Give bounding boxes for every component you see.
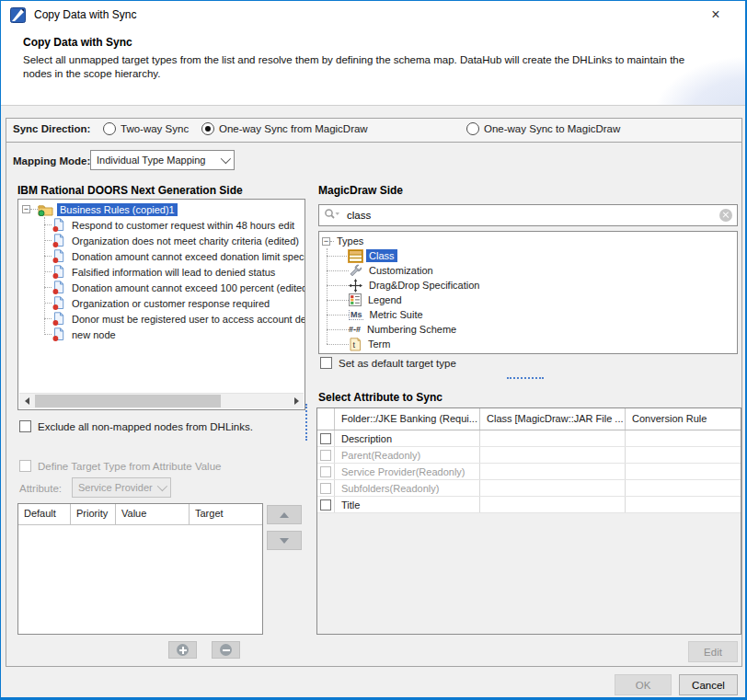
attribute-checkbox-cell[interactable]	[317, 430, 335, 446]
tree-item[interactable]: Organization or customer response requir…	[44, 295, 305, 311]
tree-item-label: Legend	[365, 293, 405, 306]
tree-item[interactable]: Donor must be registered user to access …	[44, 311, 305, 327]
tree-guide-line	[44, 240, 52, 241]
numbering-icon: #-#	[349, 325, 361, 334]
attribute-row[interactable]: Subfolders(Readonly)	[317, 480, 741, 497]
tree-item[interactable]: Legend	[327, 293, 737, 307]
column-header[interactable]: Class [MagicDraw::JAR File ...	[480, 408, 626, 430]
tree-item-label: new node	[69, 328, 119, 341]
conversion-rule-cell[interactable]	[626, 447, 741, 463]
sync-direction-strip: Sync Direction: Two-way SyncOne-way Sync…	[6, 119, 741, 143]
set-default-target-checkbox[interactable]	[320, 357, 332, 369]
requirement-icon	[52, 312, 65, 326]
tree-item[interactable]: Class	[327, 248, 737, 263]
column-header[interactable]	[317, 408, 335, 430]
tree-item[interactable]: tTerm	[327, 337, 737, 351]
column-header[interactable]: Target	[190, 504, 262, 524]
target-attribute-cell[interactable]	[480, 480, 626, 496]
tree-guide-line	[327, 285, 349, 286]
tree-item[interactable]: Donation amount cannot exceed 100 percen…	[44, 280, 305, 295]
radio-icon[interactable]	[466, 122, 479, 135]
conversion-rule-cell[interactable]	[626, 480, 741, 496]
tree-item[interactable]: − Business Rules (copied)1	[22, 201, 305, 217]
expander-minus-icon[interactable]: −	[22, 205, 30, 213]
conversion-rule-cell[interactable]	[626, 464, 741, 479]
types-tree[interactable]: −Types Class Customization Drag&Drop Spe…	[318, 231, 738, 354]
attribute-row[interactable]: Service Provider(Readonly)	[317, 464, 741, 480]
target-attribute-cell[interactable]	[480, 447, 626, 463]
tree-item[interactable]: −Types	[322, 234, 737, 248]
radio-icon[interactable]	[103, 122, 116, 135]
attribute-row[interactable]: Parent(Readonly)	[317, 447, 741, 464]
sync-direction-label: Sync Direction:	[13, 123, 90, 134]
expander-minus-icon[interactable]: −	[322, 237, 330, 246]
tree-item[interactable]: Organization does not meet charity crite…	[44, 233, 305, 248]
sync-option-2[interactable]: One-way Sync from MagicDraw	[201, 122, 368, 135]
vertical-splitter-handle[interactable]	[305, 404, 307, 441]
sync-option-3[interactable]: One-way Sync to MagicDraw	[466, 122, 620, 135]
banner-title: Copy Data with Sync	[23, 36, 132, 49]
type-search-input[interactable]	[345, 209, 719, 222]
attribute-checkbox-cell[interactable]	[317, 464, 335, 479]
attribute-name-cell: Parent(Readonly)	[335, 447, 480, 463]
mapping-mode-label: Mapping Mode:	[13, 155, 90, 166]
tree-guide-line	[44, 217, 45, 335]
attribute-checkbox[interactable]	[320, 433, 331, 444]
exclude-nonmapped-checkbox[interactable]	[19, 420, 31, 432]
conversion-rule-cell[interactable]	[626, 430, 741, 446]
target-attribute-cell[interactable]	[480, 430, 626, 446]
tree-guide-line	[327, 329, 349, 330]
attribute-row[interactable]: Title	[317, 497, 741, 513]
tree-item[interactable]: Drag&Drop Specification	[327, 278, 737, 293]
sync-option-1[interactable]: Two-way Sync	[103, 122, 189, 135]
scroll-right-icon[interactable]	[289, 394, 304, 408]
cancel-button[interactable]: Cancel	[679, 674, 738, 695]
tree-item-label: Donation amount cannot exceed donation l…	[69, 250, 305, 263]
sync-option-label: One-way Sync from MagicDraw	[219, 123, 368, 134]
doors-tree[interactable]: − Business Rules (copied)1 Respond to cu…	[17, 199, 305, 410]
tree-item-label: Respond to customer request within 48 ho…	[69, 219, 297, 232]
requirement-icon	[52, 281, 65, 294]
tree-item[interactable]: #-#Numbering Scheme	[327, 322, 737, 337]
chevron-down-icon	[157, 481, 167, 491]
scroll-left-icon[interactable]	[19, 394, 34, 408]
type-search-box[interactable]	[318, 204, 738, 226]
column-header[interactable]: Folder::/JKE Banking (Requi...	[335, 408, 480, 430]
tree-item[interactable]: MsMetric Suite	[327, 307, 737, 322]
define-target-type-label: Define Target Type from Attribute Value	[38, 461, 221, 472]
conversion-rule-cell[interactable]	[626, 497, 741, 512]
column-header[interactable]: Value	[116, 504, 190, 524]
target-attribute-cell[interactable]	[480, 497, 626, 512]
horizontal-splitter-handle[interactable]	[507, 377, 544, 379]
clear-search-icon[interactable]	[719, 209, 732, 222]
attribute-name-cell: Service Provider(Readonly)	[335, 464, 480, 479]
term-icon: t	[349, 338, 362, 351]
horizontal-scrollbar[interactable]	[19, 393, 304, 408]
tree-item[interactable]: Customization	[327, 263, 737, 278]
tree-item[interactable]: Donation amount cannot exceed donation l…	[44, 248, 305, 264]
attribute-row[interactable]: Description	[317, 430, 741, 447]
radio-selected-icon[interactable]	[201, 122, 214, 135]
attribute-checkbox-cell[interactable]	[317, 480, 335, 496]
target-attribute-cell[interactable]	[480, 464, 626, 479]
column-header[interactable]: Default	[18, 504, 71, 524]
arrow-up-icon	[280, 512, 289, 518]
attribute-checkbox-cell[interactable]	[317, 447, 335, 463]
set-default-target-label: Set as default target type	[339, 358, 456, 369]
metric-suite-icon: Ms	[349, 310, 363, 320]
exclude-nonmapped-checkbox-row[interactable]: Exclude all non-mapped nodes from DHLink…	[19, 420, 253, 432]
magicdraw-side-title: MagicDraw Side	[318, 184, 403, 197]
set-default-target-checkbox-row[interactable]: Set as default target type	[320, 357, 456, 369]
attribute-checkbox-cell[interactable]	[317, 497, 335, 512]
plus-icon	[177, 644, 189, 656]
close-icon[interactable]: ×	[697, 1, 734, 29]
scrollbar-thumb[interactable]	[35, 395, 221, 407]
tree-item[interactable]: Respond to customer request within 48 ho…	[44, 217, 305, 233]
tree-item[interactable]: new node	[44, 327, 305, 342]
attribute-checkbox[interactable]	[320, 499, 331, 511]
tree-item[interactable]: Falsified information will lead to denie…	[44, 264, 305, 280]
attribute-select: Service Provider	[72, 477, 171, 498]
column-header[interactable]: Priority	[71, 504, 116, 524]
column-header[interactable]: Conversion Rule	[626, 408, 741, 430]
mapping-mode-select[interactable]: Individual Type Mapping	[90, 150, 235, 170]
